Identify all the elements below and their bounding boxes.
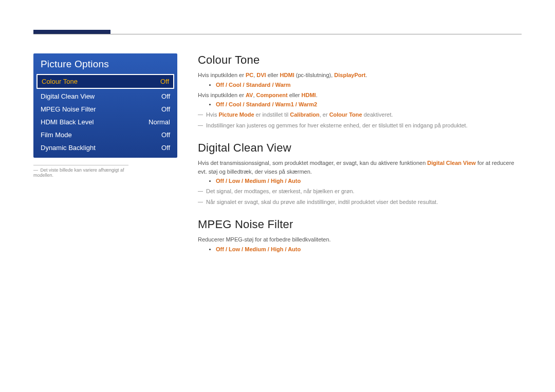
menu-item-label: Digital Clean View	[41, 92, 95, 100]
dcv-body: Hvis det transmissionssignal, som produk…	[198, 159, 522, 176]
page: Picture Options Colour Tone Off Digital …	[0, 0, 555, 392]
menu-title: Picture Options	[33, 53, 177, 74]
note-dash-icon: ―	[198, 198, 203, 206]
menu-item-label: MPEG Noise Filter	[41, 105, 96, 113]
caption-dash: ―	[33, 167, 38, 173]
hl-dcv: Digital Clean View	[427, 160, 476, 166]
hl-pc: PC	[246, 72, 253, 78]
text: (pc-tilslutning),	[294, 72, 335, 78]
colour-tone-note-1: ― Hvis Picture Mode er indstillet til Ca…	[198, 110, 522, 120]
colour-tone-line2: Hvis inputkilden er AV, Component eller …	[198, 91, 522, 100]
text: Hvis	[206, 111, 218, 118]
colour-tone-options-1: Off / Cool / Standard / Warm	[198, 82, 522, 88]
menu-item-value: Off	[160, 78, 169, 85]
text: Hvis inputkilden er	[198, 72, 246, 78]
hl-hdmi: HDMI	[302, 92, 316, 98]
hl-hdmi: HDMI	[280, 72, 294, 78]
menu-item-value: Normal	[149, 118, 170, 126]
left-caption: ― Det viste billede kan variere afhængig…	[33, 165, 128, 178]
menu-item-value: Off	[161, 131, 170, 139]
menu-item-film-mode[interactable]: Film Mode Off	[33, 128, 177, 141]
right-column: Colour Tone Hvis inputkilden er PC, DVI …	[198, 53, 522, 264]
bullet-icon	[209, 180, 211, 182]
note-dash-icon: ―	[198, 187, 203, 195]
text: .	[365, 72, 367, 78]
bullet-icon	[209, 84, 211, 86]
text: , er	[320, 111, 329, 118]
options-text: Off / Low / Medium / High / Auto	[216, 178, 301, 184]
note-text: Når signalet er svagt, skal du prøve all…	[206, 198, 522, 207]
heading-dcv: Digital Clean View	[198, 141, 522, 155]
menu-item-value: Off	[161, 144, 170, 152]
menu-item-dynamic-backlight[interactable]: Dynamic Backlight Off	[33, 141, 177, 158]
menu-item-value: Off	[161, 92, 170, 100]
note-dash-icon: ―	[198, 110, 203, 119]
mpeg-options: Off / Low / Medium / High / Auto	[198, 246, 522, 252]
hl-displayport: DisplayPort	[334, 72, 365, 78]
menu-item-label: Colour Tone	[42, 78, 78, 85]
section-mpeg: MPEG Noise Filter Reducerer MPEG-støj fo…	[198, 218, 522, 252]
dcv-options: Off / Low / Medium / High / Auto	[198, 178, 522, 184]
top-divider	[33, 34, 522, 34]
options-text: Off / Low / Medium / High / Auto	[216, 246, 301, 252]
menu-item-label: HDMI Black Level	[41, 118, 94, 126]
hl-av: AV	[246, 92, 253, 98]
mpeg-body: Reducerer MPEG-støj for at forbedre bill…	[198, 235, 522, 244]
bullet-icon	[209, 249, 211, 250]
hl-colour-tone: Colour Tone	[329, 111, 362, 118]
colour-tone-line1: Hvis inputkilden er PC, DVI eller HDMI (…	[198, 71, 522, 80]
accent-bar	[33, 30, 110, 34]
heading-mpeg: MPEG Noise Filter	[198, 218, 522, 231]
text: eller	[266, 72, 280, 78]
hl-dvi: DVI	[256, 72, 266, 78]
text: Hvis det transmissionssignal, som produk…	[198, 160, 427, 166]
hl-picture-mode: Picture Mode	[218, 111, 254, 118]
menu-item-digital-clean-view[interactable]: Digital Clean View Off	[33, 90, 177, 103]
menu-item-colour-tone[interactable]: Colour Tone Off	[36, 74, 174, 89]
menu-item-value: Off	[161, 105, 170, 113]
note-text: Indstillinger kan justeres og gemmes for…	[206, 121, 522, 130]
colour-tone-note-2: ― Indstillinger kan justeres og gemmes f…	[198, 121, 522, 130]
heading-colour-tone: Colour Tone	[198, 53, 522, 67]
options-text: Off / Cool / Standard / Warm	[216, 82, 291, 88]
section-digital-clean-view: Digital Clean View Hvis det transmission…	[198, 141, 522, 207]
section-colour-tone: Colour Tone Hvis inputkilden er PC, DVI …	[198, 53, 522, 130]
note-text: Hvis Picture Mode er indstillet til Cali…	[206, 110, 522, 120]
menu-item-hdmi-black-level[interactable]: HDMI Black Level Normal	[33, 116, 177, 128]
bullet-icon	[209, 104, 211, 105]
picture-options-menu: Picture Options Colour Tone Off Digital …	[33, 53, 177, 158]
left-column: Picture Options Colour Tone Off Digital …	[33, 53, 177, 264]
menu-item-mpeg-noise-filter[interactable]: MPEG Noise Filter Off	[33, 103, 177, 116]
hl-calibration: Calibration	[290, 111, 319, 118]
menu-item-label: Film Mode	[41, 131, 72, 139]
text: deaktiveret.	[362, 111, 393, 118]
text: .	[316, 92, 318, 98]
dcv-note-2: ― Når signalet er svagt, skal du prøve a…	[198, 198, 522, 207]
note-text: Det signal, der modtages, er stærkest, n…	[206, 187, 522, 196]
text: er indstillet til	[254, 111, 290, 118]
text: Hvis inputkilden er	[198, 92, 246, 98]
content: Picture Options Colour Tone Off Digital …	[33, 53, 522, 264]
hl-component: Component	[256, 92, 288, 98]
text: eller	[288, 92, 302, 98]
options-text: Off / Cool / Standard / Warm1 / Warm2	[216, 101, 317, 107]
note-dash-icon: ―	[198, 121, 203, 129]
colour-tone-options-2: Off / Cool / Standard / Warm1 / Warm2	[198, 101, 522, 107]
caption-text: Det viste billede kan variere afhængigt …	[33, 167, 124, 178]
dcv-note-1: ― Det signal, der modtages, er stærkest,…	[198, 187, 522, 196]
menu-item-label: Dynamic Backlight	[41, 144, 96, 152]
